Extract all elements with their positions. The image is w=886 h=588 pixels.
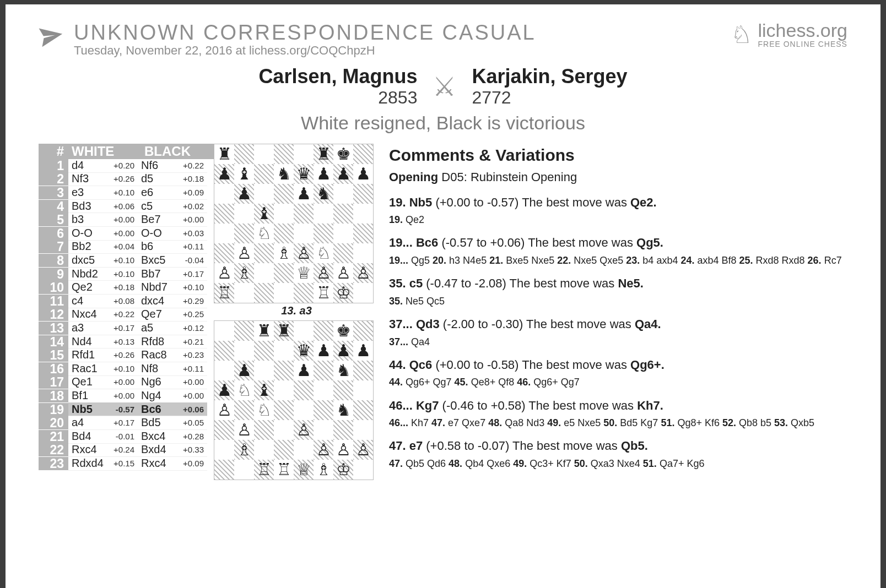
- move-black[interactable]: Ng6+0.00: [138, 375, 207, 390]
- board-square: ♜: [214, 144, 234, 164]
- move-white[interactable]: Rfd1+0.26: [68, 348, 138, 362]
- board-square: [234, 321, 254, 341]
- move-white[interactable]: Bb2+0.04: [68, 240, 138, 254]
- board-square: [294, 224, 314, 243]
- board-square: [314, 321, 333, 341]
- board-square: ♙: [214, 400, 234, 420]
- move-black[interactable]: Be7+0.00: [138, 213, 207, 227]
- board-square: ♞: [333, 400, 353, 420]
- move-white[interactable]: Rac1+0.10: [68, 362, 138, 376]
- board-square: ♙: [234, 243, 254, 263]
- move-black[interactable]: Bxc4+0.28: [138, 429, 207, 444]
- board-square: ♜: [274, 321, 294, 341]
- board-square: [314, 204, 333, 224]
- move-black[interactable]: Ng4+0.00: [138, 389, 207, 403]
- move-black[interactable]: O-O+0.03: [138, 226, 207, 241]
- board-square: [214, 440, 234, 460]
- move-white[interactable]: dxc5+0.10: [68, 253, 138, 268]
- board-square: [254, 420, 274, 440]
- board-square: [274, 440, 294, 460]
- diagram-column: ♜♜♚♟♝♞♛♟♟♟♟♟♞♝♘♙♗♙♘♙♗♕♙♙♙♖♖♔13. a3♜♜♚♛♟♟…: [214, 144, 379, 483]
- board-square: [214, 243, 234, 263]
- move-black[interactable]: b6+0.11: [138, 240, 207, 254]
- move-white[interactable]: a3+0.17: [68, 321, 138, 335]
- move-white[interactable]: e3+0.10: [68, 186, 138, 200]
- move-black[interactable]: Qe7+0.25: [138, 308, 207, 322]
- move-white[interactable]: b3+0.00: [68, 213, 138, 227]
- board-square: [254, 341, 274, 361]
- board-square: [274, 263, 294, 283]
- board-square: [254, 283, 274, 303]
- move-black[interactable]: dxc4+0.29: [138, 294, 207, 308]
- move-black[interactable]: Rxc4+0.09: [138, 456, 207, 471]
- board-square: ♔: [333, 460, 353, 480]
- board-square: [353, 400, 373, 420]
- move-white[interactable]: Rdxd4+0.15: [68, 456, 138, 471]
- move-white[interactable]: a4+0.17: [68, 416, 138, 430]
- annotation: 47. e7 (+0.58 to -0.07) The best move wa…: [389, 438, 847, 471]
- board-square: [353, 224, 373, 243]
- move-black[interactable]: Nbd7+0.10: [138, 280, 207, 295]
- board-square: ♙: [314, 263, 333, 283]
- move-white[interactable]: Qe2+0.18: [68, 280, 138, 295]
- move-row: 12Nxc4+0.22Qe7+0.25: [39, 308, 214, 322]
- move-black[interactable]: d5+0.18: [138, 172, 207, 187]
- game-date-subtitle: Tuesday, November 22, 2016 at lichess.or…: [74, 43, 536, 58]
- move-white[interactable]: O-O+0.00: [68, 226, 138, 241]
- move-white[interactable]: Nf3+0.26: [68, 172, 138, 187]
- board-square: [314, 400, 333, 420]
- move-black[interactable]: Nf8+0.11: [138, 362, 207, 376]
- board-square: ♗: [274, 243, 294, 263]
- board-square: [214, 321, 234, 341]
- move-white[interactable]: Nd4+0.13: [68, 335, 138, 349]
- move-black[interactable]: e6+0.09: [138, 186, 207, 200]
- move-black[interactable]: Bc6+0.06: [138, 402, 207, 417]
- board-square: ♙: [314, 440, 333, 460]
- move-white[interactable]: Bd4-0.01: [68, 429, 138, 444]
- board-square: [353, 243, 373, 263]
- board-square: [234, 144, 254, 164]
- move-black[interactable]: a5+0.12: [138, 321, 207, 335]
- move-white[interactable]: Nbd2+0.10: [68, 267, 138, 281]
- game-type-title: UNKNOWN CORRESPONDENCE CASUAL: [74, 21, 536, 45]
- board-square: ♙: [214, 263, 234, 283]
- board-square: [274, 420, 294, 440]
- move-white[interactable]: Rxc4+0.24: [68, 443, 138, 458]
- board-square: ♛: [294, 164, 314, 184]
- move-white[interactable]: Qe1+0.00: [68, 375, 138, 390]
- move-black[interactable]: Rfd8+0.21: [138, 335, 207, 349]
- board-square: ♖: [214, 283, 234, 303]
- move-black[interactable]: Bxc5-0.04: [138, 253, 207, 268]
- board-square: [294, 144, 314, 164]
- board-square: [333, 204, 353, 224]
- board-square: ♟: [234, 361, 254, 380]
- move-row: 10Qe2+0.18Nbd7+0.10: [39, 281, 214, 295]
- move-black[interactable]: Bxd4+0.33: [138, 443, 207, 458]
- move-white[interactable]: c4+0.08: [68, 294, 138, 308]
- board-square: [333, 243, 353, 263]
- move-white[interactable]: Bd3+0.06: [68, 199, 138, 214]
- board-square: ♘: [254, 224, 274, 243]
- move-white[interactable]: Bf1+0.00: [68, 389, 138, 403]
- board-square: ♘: [234, 380, 254, 400]
- move-white[interactable]: d4+0.20: [68, 159, 138, 173]
- move-white[interactable]: Nxc4+0.22: [68, 308, 138, 322]
- move-black[interactable]: Bb7+0.17: [138, 267, 207, 281]
- move-black[interactable]: c5+0.02: [138, 199, 207, 214]
- board-square: ♟: [294, 361, 314, 380]
- black-player-name: Karjakin, Sergey: [472, 66, 627, 88]
- move-black[interactable]: Rac8+0.23: [138, 348, 207, 362]
- board-square: ♘: [254, 400, 274, 420]
- board-square: [214, 341, 234, 361]
- board-square: ♞: [333, 361, 353, 380]
- board-square: ♖: [254, 460, 274, 480]
- move-black[interactable]: Nf6+0.22: [138, 159, 207, 173]
- board-square: ♟: [214, 164, 234, 184]
- move-black[interactable]: Bd5+0.05: [138, 416, 207, 430]
- board-square: [274, 204, 294, 224]
- brand-name: lichess.org: [758, 21, 847, 40]
- board-square: [314, 361, 333, 380]
- board-square: [314, 224, 333, 243]
- move-white[interactable]: Nb5-0.57: [68, 402, 138, 417]
- board-square: ♙: [294, 420, 314, 440]
